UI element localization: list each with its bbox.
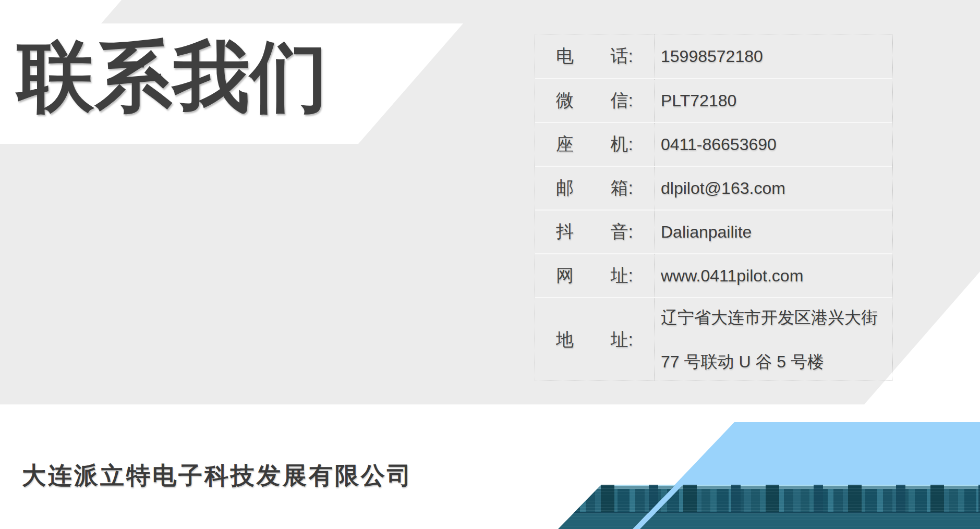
row-label-part: 址: xyxy=(611,264,633,288)
row-label: 地址: xyxy=(556,328,633,352)
row-label-part: 抖 xyxy=(556,220,574,244)
contact-table: 电话:15998572180微信:PLT72180座机:0411-8665369… xyxy=(535,34,893,380)
row-label-cell: 邮箱: xyxy=(535,167,655,210)
row-value: 15998572180 xyxy=(661,47,892,66)
row-label-part: 网 xyxy=(556,264,574,288)
company-name: 大连派立特电子科技发展有限公司 xyxy=(22,462,413,489)
row-label-cell: 抖音: xyxy=(535,211,655,253)
row-label-part: 音: xyxy=(611,220,633,244)
table-row: 微信:PLT72180 xyxy=(535,78,892,122)
row-label-cell: 座机: xyxy=(535,123,655,166)
row-label-part: 电 xyxy=(556,44,574,68)
row-value: 77 号联动 U 谷 5 号楼 xyxy=(661,340,892,384)
table-row: 邮箱:dlpilot@163.com xyxy=(535,166,892,210)
row-value-cell: www.0411pilot.com xyxy=(655,254,892,297)
row-value: www.0411pilot.com xyxy=(661,266,892,286)
row-value-cell: 辽宁省大连市开发区港兴大街77 号联动 U 谷 5 号楼 xyxy=(655,298,892,381)
row-label-part: 址: xyxy=(611,328,633,352)
row-label-part: 话: xyxy=(611,44,633,68)
row-label: 电话: xyxy=(556,44,633,68)
row-value: 0411-86653690 xyxy=(661,135,892,154)
row-value: 辽宁省大连市开发区港兴大街 xyxy=(661,296,892,340)
row-label-part: 机: xyxy=(611,132,633,156)
table-row: 网址:www.0411pilot.com xyxy=(535,253,892,297)
row-label-cell: 网址: xyxy=(535,254,655,297)
row-label-part: 地 xyxy=(556,328,574,352)
row-label-part: 邮 xyxy=(556,176,574,200)
table-row: 座机:0411-86653690 xyxy=(535,122,892,166)
row-value: PLT72180 xyxy=(661,91,892,110)
row-value-cell: 0411-86653690 xyxy=(655,123,892,166)
row-label-part: 微 xyxy=(556,89,574,113)
table-row: 抖音:Dalianpailite xyxy=(535,210,892,253)
row-label: 微信: xyxy=(556,89,633,113)
row-label-part: 箱: xyxy=(611,176,633,200)
table-row: 地址:辽宁省大连市开发区港兴大街77 号联动 U 谷 5 号楼 xyxy=(535,297,892,381)
row-label: 抖音: xyxy=(556,220,633,244)
table-row: 电话:15998572180 xyxy=(535,34,892,78)
row-value-cell: dlpilot@163.com xyxy=(655,167,892,210)
row-label: 网址: xyxy=(556,264,633,288)
row-value-cell: Dalianpailite xyxy=(655,211,892,253)
row-label-cell: 微信: xyxy=(535,79,655,122)
row-label-cell: 地址: xyxy=(535,298,655,381)
row-label-part: 座 xyxy=(556,132,574,156)
row-label-part: 信: xyxy=(611,89,633,113)
row-label: 座机: xyxy=(556,132,633,156)
contact-slide: 联系我们 电话:15998572180微信:PLT72180座机:0411-86… xyxy=(0,0,980,529)
page-title: 联系我们 xyxy=(17,38,328,116)
row-label: 邮箱: xyxy=(556,176,633,200)
row-label-cell: 电话: xyxy=(535,34,655,78)
row-value: dlpilot@163.com xyxy=(661,179,892,198)
row-value-cell: 15998572180 xyxy=(655,34,892,78)
row-value-cell: PLT72180 xyxy=(655,79,892,122)
row-value: Dalianpailite xyxy=(661,223,892,242)
